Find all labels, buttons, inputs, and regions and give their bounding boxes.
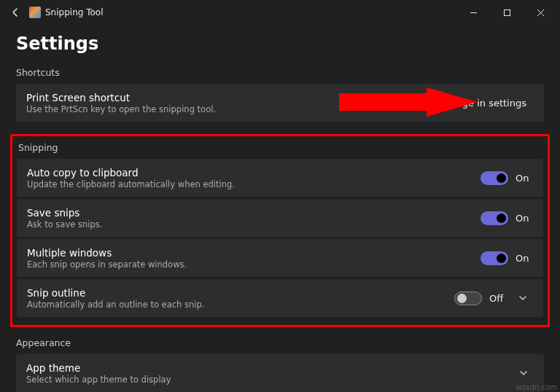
row-texts: Print Screen shortcut Use the PrtScn key… [26,92,438,114]
row-save-snips[interactable]: Save snips Ask to save snips. On [17,199,543,237]
toggle-state-label: Off [489,293,507,304]
toggle-control: On [481,211,533,225]
back-button[interactable] [3,0,28,25]
chevron-down-icon [518,294,527,302]
arrow-left-icon [10,7,20,17]
page-title: Settings [16,34,544,54]
row-multiple-windows[interactable]: Multiple windows Each snip opens in sepa… [17,239,543,277]
maximize-button[interactable] [490,0,524,25]
toggle-save-snips[interactable] [481,211,508,225]
toggle-state-label: On [516,213,533,224]
row-desc: Each snip opens in separate windows. [27,259,481,270]
row-desc: Update the clipboard automatically when … [27,179,481,189]
row-desc: Automatically add an outline to each sni… [27,299,454,310]
toggle-multi-windows[interactable] [481,251,508,265]
row-snip-outline[interactable]: Snip outline Automatically add an outlin… [17,279,543,317]
row-title: Save snips [27,207,481,219]
row-print-screen-shortcut[interactable]: Print Screen shortcut Use the PrtScn key… [16,84,544,122]
svg-rect-0 [504,9,510,15]
row-title: Print Screen shortcut [26,92,438,103]
expand-button[interactable] [513,294,533,302]
maximize-icon [503,9,511,17]
row-auto-copy[interactable]: Auto copy to clipboard Update the clipbo… [17,159,543,197]
section-label-shortcuts: Shortcuts [16,67,544,78]
row-desc: Select which app theme to display [26,375,508,385]
row-texts: Multiple windows Each snip opens in sepa… [27,247,481,270]
expand-button[interactable] [513,369,534,377]
row-title: App theme [26,362,508,374]
toggle-control: Off [454,291,507,305]
row-texts: App theme Select which app theme to disp… [26,362,508,385]
row-app-theme[interactable]: App theme Select which app theme to disp… [16,354,544,392]
row-title: Multiple windows [27,247,481,259]
toggle-state-label: On [516,173,533,184]
row-texts: Save snips Ask to save snips. [27,207,481,230]
toggle-snip-outline[interactable] [454,291,482,305]
watermark: wsxdn.com [516,383,557,391]
toggle-control: On [481,251,533,265]
minimize-button[interactable] [456,0,490,25]
row-texts: Snip outline Automatically add an outlin… [27,287,454,310]
highlight-annotation-box: Snipping Auto copy to clipboard Update t… [10,134,550,327]
toggle-auto-copy[interactable] [481,171,508,185]
app-icon [29,7,41,18]
change-in-settings-link[interactable]: Change in settings [438,98,526,109]
row-title: Snip outline [27,287,454,299]
row-desc: Ask to save snips. [27,219,481,230]
row-desc: Use the PrtScn key to open the snipping … [26,104,438,114]
toggle-state-label: On [516,253,533,264]
close-icon [537,9,545,17]
app-title: Snipping Tool [45,7,103,17]
section-label-snipping: Snipping [18,142,543,153]
chevron-down-icon [519,369,528,377]
row-title: Auto copy to clipboard [27,167,481,179]
row-texts: Auto copy to clipboard Update the clipbo… [27,167,481,189]
close-button[interactable] [524,0,557,25]
titlebar: Snipping Tool [0,0,560,25]
section-label-appearance: Appearance [16,337,544,348]
toggle-control: On [481,171,533,185]
minimize-icon [470,9,478,17]
